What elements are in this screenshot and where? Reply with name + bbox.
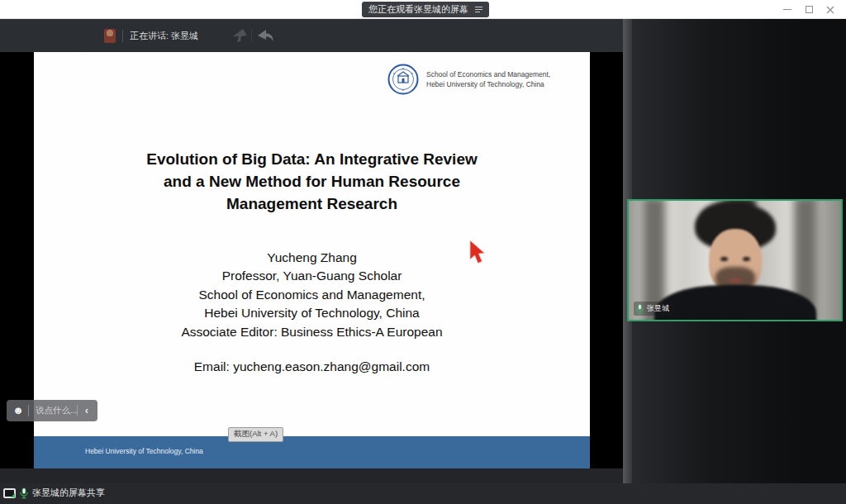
participant-name: 张昱城 [647, 303, 669, 314]
presenter-cursor-icon [468, 240, 488, 269]
viewing-screen-label: 您正在观看张昱城的屏幕 [368, 3, 468, 16]
speaking-now-label: 正在讲话: 张昱城 [130, 30, 198, 42]
collapse-chat-icon[interactable]: ‹ [78, 401, 96, 421]
slide-logo-block: School of Economics and Management, Hebe… [387, 64, 550, 95]
slide-author-block: Yucheng Zhang Professor, Yuan-Guang Scho… [34, 249, 590, 341]
chat-input[interactable]: 说点什么... [29, 405, 77, 416]
annotation-arrows[interactable] [230, 27, 276, 44]
screen-share-icon [3, 488, 16, 498]
participant-name-badge: 张昱城 [634, 302, 673, 316]
maximize-button[interactable] [798, 0, 820, 19]
bottom-status-bar: 张昱城的屏幕共享 [0, 483, 846, 504]
slide-title: Evolution of Big Data: An Integrative Re… [34, 148, 590, 215]
viewing-screen-badge[interactable]: 您正在观看张昱城的屏幕 [362, 2, 489, 17]
logo-caption: School of Economics and Management, Hebe… [426, 69, 550, 89]
window-controls [777, 0, 841, 19]
meeting-window: 您正在观看张昱城的屏幕 正在讲话: 张昱城 [0, 0, 846, 504]
close-button[interactable] [820, 0, 841, 19]
microphone-icon [636, 304, 644, 314]
divider [122, 30, 123, 42]
share-status-label: 张昱城的屏幕共享 [32, 487, 105, 499]
presentation-slide: School of Economics and Management, Hebe… [34, 52, 590, 468]
undo-redo-arrows-icon [230, 27, 276, 44]
emoji-icon[interactable]: ☻ [8, 400, 28, 421]
chat-quick-bar: ☻ 说点什么... ‹ [7, 400, 97, 421]
titlebar: 您正在观看张昱城的屏幕 [0, 0, 846, 19]
microphone-icon [20, 487, 28, 499]
university-seal-icon [387, 64, 419, 95]
close-icon [826, 6, 834, 14]
screen-share-status: 张昱城的屏幕共享 [3, 487, 105, 499]
badge-menu-icon[interactable] [475, 7, 482, 12]
screenshot-tooltip: 截图(Alt + A) [228, 427, 283, 442]
slide-footer-text: Hebei University of Technology, China [85, 447, 203, 455]
speaker-toolbar: 正在讲话: 张昱城 [0, 19, 623, 52]
speaker-avatar [104, 29, 116, 43]
slide-footer-bar: Hebei University of Technology, China [34, 436, 590, 468]
minimize-button[interactable] [777, 0, 798, 19]
slide-email-line: Email: yucheng.eason.zhang@gmail.com [34, 359, 590, 374]
participant-video-tile[interactable]: 张昱城 [627, 199, 843, 321]
